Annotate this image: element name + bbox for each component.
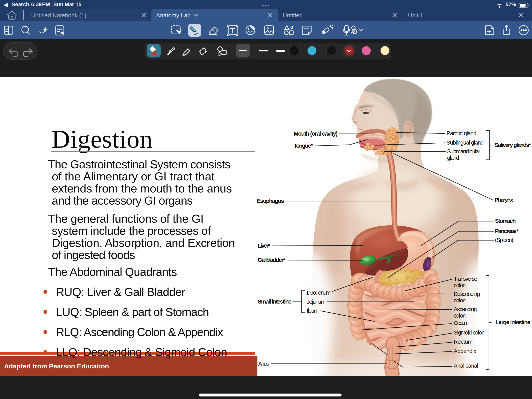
svg-text:colon: colon (454, 282, 466, 288)
svg-text:Anus: Anus (258, 361, 269, 367)
svg-text:Parotid gland: Parotid gland (447, 130, 476, 136)
svg-text:Untitled: Untitled (283, 12, 303, 19)
svg-text:colon: colon (454, 297, 466, 303)
svg-text:of the Alimentary or GI tract: of the Alimentary or GI tract that (52, 170, 215, 183)
svg-text:extends from the mouth to the: extends from the mouth to the anus (52, 182, 232, 195)
svg-text:Anal canal: Anal canal (454, 363, 478, 369)
svg-text:Liver*: Liver* (258, 242, 270, 249)
svg-text:Ascending: Ascending (454, 306, 477, 312)
svg-text:Tongue*: Tongue* (294, 142, 313, 149)
svg-text:Stomach: Stomach (495, 218, 516, 224)
svg-text:Anatomy Lab: Anatomy Lab (156, 12, 191, 19)
svg-text:LLQ: Descending & Sigmoid Colo: LLQ: Descending & Sigmoid Colon (56, 346, 227, 359)
svg-text:Jejunum: Jejunum (307, 299, 326, 305)
svg-text:Pharynx: Pharynx (494, 197, 513, 203)
svg-text:Pancreas*: Pancreas* (495, 228, 518, 234)
svg-text:The Gastrointestinal System co: The Gastrointestinal System consists (48, 158, 231, 171)
svg-text:Digestion: Digestion (52, 125, 152, 153)
svg-text:Sigmoid colon: Sigmoid colon (454, 329, 485, 336)
svg-text:Gallbladder*: Gallbladder* (258, 257, 285, 263)
svg-text:The general functions of the G: The general functions of the GI (48, 212, 204, 225)
svg-text:Descending: Descending (454, 291, 480, 297)
svg-text:(Spleen): (Spleen) (495, 237, 513, 243)
svg-text:Mouth (oral cavity): Mouth (oral cavity) (294, 130, 338, 137)
svg-text:Duodenum: Duodenum (307, 290, 331, 296)
svg-text:system include the processes o: system include the processes of (52, 224, 211, 237)
svg-text:Sublingual gland: Sublingual gland (447, 140, 484, 146)
svg-text:RUQ: Liver & Gall Bladder: RUQ: Liver & Gall Bladder (56, 285, 185, 298)
svg-text:Small intestine: Small intestine (258, 298, 291, 305)
svg-text:and the accessory GI organs: and the accessory GI organs (52, 194, 193, 207)
svg-text:Untitled Notebook (1): Untitled Notebook (1) (31, 12, 86, 19)
svg-text:Appendix: Appendix (454, 348, 476, 354)
svg-text:Salivary glands*: Salivary glands* (495, 142, 531, 148)
svg-text:colon: colon (454, 313, 466, 319)
svg-text:gland: gland (447, 155, 459, 161)
svg-text:The Abdominal Quadrants: The Abdominal Quadrants (48, 265, 177, 278)
svg-text:Ileum: Ileum (307, 308, 319, 314)
svg-text:Esophagus: Esophagus (257, 198, 284, 204)
svg-text:Submandibular: Submandibular (447, 148, 480, 154)
svg-text:Cecum: Cecum (454, 320, 469, 326)
svg-text:Large intestine: Large intestine (495, 319, 531, 325)
svg-text:Transverse: Transverse (454, 276, 477, 282)
svg-text:RLQ: Ascending Colon & Appendi: RLQ: Ascending Colon & Appendix (56, 326, 223, 339)
svg-text:Digestion, Absorption, and Exc: Digestion, Absorption, and Excretion (52, 236, 235, 249)
svg-text:Rectum: Rectum (454, 339, 473, 345)
svg-text:Unit 1: Unit 1 (408, 12, 423, 19)
svg-text:of ingested foods: of ingested foods (52, 248, 135, 261)
svg-text:LUQ: Spleen & part of Stomach: LUQ: Spleen & part of Stomach (56, 305, 209, 319)
